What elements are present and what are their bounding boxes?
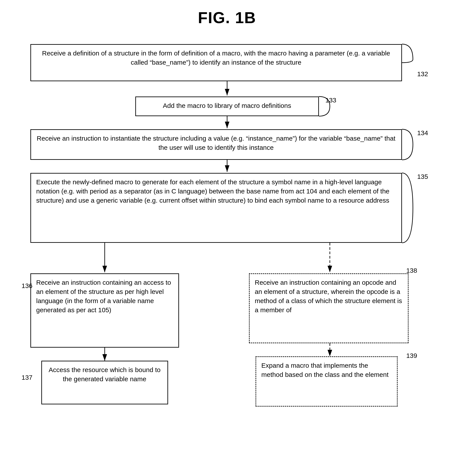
ref-136: 136 [22, 282, 33, 290]
box-136-text: Receive an instruction containing an acc… [36, 279, 171, 314]
box-138: Receive an instruction containing an opc… [249, 273, 409, 343]
ref-135: 135 [417, 173, 428, 180]
box-135-text: Execute the newly-defined macro to gener… [36, 178, 390, 204]
box-136: Receive an instruction containing an acc… [30, 273, 179, 348]
figure-title: FIG. 1B [17, 9, 437, 27]
box-137-text: Access the resource which is bound to th… [49, 366, 161, 382]
flowchart: Receive a definition of a structure in t… [19, 37, 435, 470]
page: FIG. 1B [0, 0, 454, 476]
box-133-text: Add the macro to library of macro defini… [163, 102, 291, 109]
ref-133: 133 [325, 96, 336, 104]
box-134-text: Receive an instruction to instantiate th… [37, 135, 395, 151]
box-137: Access the resource which is bound to th… [41, 361, 168, 404]
box-135: Execute the newly-defined macro to gener… [30, 173, 402, 243]
ref-132: 132 [417, 70, 428, 78]
box-132-text: Receive a definition of a structure in t… [42, 50, 390, 66]
box-139: Expand a macro that implements the metho… [256, 356, 398, 407]
ref-139: 139 [406, 352, 417, 359]
box-133: Add the macro to library of macro defini… [135, 96, 319, 116]
box-134: Receive an instruction to instantiate th… [30, 129, 402, 160]
ref-138: 138 [406, 267, 417, 274]
box-139-text: Expand a macro that implements the metho… [261, 362, 389, 378]
box-132: Receive a definition of a structure in t… [30, 44, 402, 81]
ref-134: 134 [417, 129, 428, 137]
ref-137: 137 [22, 374, 33, 381]
box-138-text: Receive an instruction containing an opc… [255, 279, 402, 314]
